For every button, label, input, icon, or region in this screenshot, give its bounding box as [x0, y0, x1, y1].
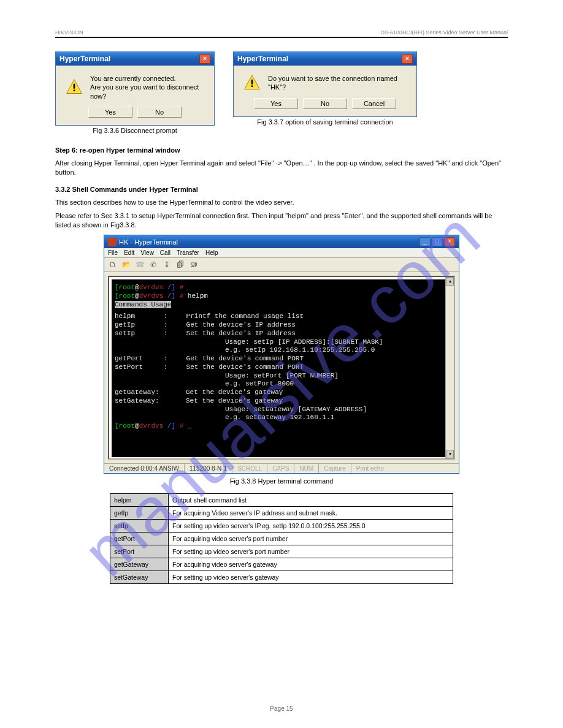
new-icon[interactable]: 🗋	[108, 260, 118, 270]
terminal-output[interactable]: [root@dvrdvs /] # [root@dvrdvs /] # help…	[112, 279, 451, 457]
section-332-heading: 3.3.2 Shell Commands under Hyper Termina…	[55, 186, 508, 193]
save-dialog-message: Do you want to save the connection named…	[268, 74, 407, 92]
menu-transfer[interactable]: Transfer	[177, 249, 199, 256]
header-rule	[55, 37, 508, 38]
figure-caption: Fig 3.3.7 option of saving terminal conn…	[257, 118, 393, 126]
disconnect-dialog-message: You are currently connected. Are you sur…	[90, 74, 204, 100]
commands-table: helpmOutput shell command list getIpFor …	[110, 493, 453, 584]
send-icon[interactable]: ↧	[162, 260, 172, 270]
section-332-text1: This section describes how to use the Hy…	[55, 198, 508, 207]
minimize-icon[interactable]: _	[419, 237, 431, 246]
table-row: getPortFor acquiring video server's port…	[110, 533, 453, 545]
table-row: setIpFor setting up video server's IP.eg…	[110, 520, 453, 533]
menu-help[interactable]: Help	[205, 249, 218, 256]
figure-338-caption: Fig 3.3.8 Hyper terminal command	[55, 477, 508, 485]
save-dialog-title: HyperTerminal	[237, 55, 288, 63]
remote-icon[interactable]: 🖳	[189, 260, 199, 270]
yes-button[interactable]: Yes	[254, 98, 298, 109]
table-row: getIpFor acquiring Video server's IP add…	[110, 507, 453, 520]
warning-icon	[243, 74, 261, 91]
app-icon	[108, 238, 117, 246]
properties-icon[interactable]: 🗐	[175, 260, 185, 270]
svg-rect-4	[251, 80, 253, 85]
table-row: helpmOutput shell command list	[110, 494, 453, 507]
status-capture: Capture	[319, 464, 351, 473]
page-header: HIKVISION DS-6100HCI(HFI) Series Video S…	[55, 29, 508, 36]
menu-call[interactable]: Call	[160, 249, 170, 256]
no-button[interactable]: No	[137, 107, 182, 118]
menu-bar: File Edit View Call Transfer Help	[104, 248, 459, 258]
no-button[interactable]: No	[303, 98, 347, 109]
page-footer: Page 15	[0, 705, 563, 712]
menu-edit[interactable]: Edit	[124, 249, 134, 256]
status-baud: 115200 8-N-1	[185, 464, 232, 473]
call-icon[interactable]: ☎	[135, 260, 145, 270]
menu-file[interactable]: File	[108, 249, 118, 256]
save-connection-dialog: HyperTerminal × Do you want to save the …	[233, 51, 417, 117]
disconnect-dialog: HyperTerminal × You are currently connec…	[55, 51, 215, 126]
disconnect-icon[interactable]: ✆	[148, 260, 158, 270]
menu-view[interactable]: View	[140, 249, 154, 256]
svg-rect-1	[74, 84, 75, 89]
status-bar: Connected 0:00:4 ANSIW 115200 8-N-1 SCRO…	[104, 463, 459, 473]
svg-rect-5	[251, 86, 253, 88]
cancel-button[interactable]: Cancel	[352, 98, 396, 109]
status-connected: Connected 0:00:4 ANSIW	[104, 464, 185, 473]
toolbar: 🗋 📂 ☎ ✆ ↧ 🗐 🖳	[104, 258, 459, 272]
close-icon[interactable]: ×	[444, 237, 455, 246]
scroll-up-icon[interactable]: ▴	[446, 277, 454, 286]
status-scroll: SCROLL	[232, 464, 267, 473]
figure-caption: Fig 3.3.6 Disconnect prompt	[93, 127, 177, 134]
scrollbar[interactable]: ▴ ▾	[445, 277, 454, 458]
header-left: HIKVISION	[55, 29, 83, 36]
warning-icon	[66, 78, 83, 96]
status-print: Print echo	[351, 464, 389, 473]
section-332-text2: Please refer to Sec 3.3.1 to setup Hyper…	[55, 211, 508, 230]
scroll-down-icon[interactable]: ▾	[446, 450, 454, 458]
status-num: NUM	[294, 464, 319, 473]
table-row: getGatewayFor acquiring video server's g…	[110, 558, 453, 571]
svg-rect-2	[74, 90, 75, 92]
maximize-icon[interactable]: □	[432, 237, 443, 246]
header-right: DS-6100HCI(HFI) Series Video Server User…	[381, 29, 508, 36]
open-icon[interactable]: 📂	[121, 260, 131, 270]
step6-heading: Step 6: re-open Hyper terminal window	[55, 146, 508, 154]
step6-text: After closing Hyper Terminal, open Hyper…	[55, 159, 508, 177]
window-title: HK - HyperTerminal	[119, 238, 178, 246]
close-icon[interactable]: ×	[199, 54, 210, 64]
yes-button[interactable]: Yes	[88, 107, 132, 118]
close-icon[interactable]: ×	[402, 54, 413, 64]
table-row: setPortFor setting up video server's por…	[110, 545, 453, 558]
status-caps: CAPS	[267, 464, 294, 473]
disconnect-dialog-title: HyperTerminal	[59, 55, 110, 63]
hyperterminal-window: HK - HyperTerminal _ □ × File Edit View …	[104, 235, 459, 474]
table-row: setGatewayFor setting up video server's …	[110, 571, 453, 584]
